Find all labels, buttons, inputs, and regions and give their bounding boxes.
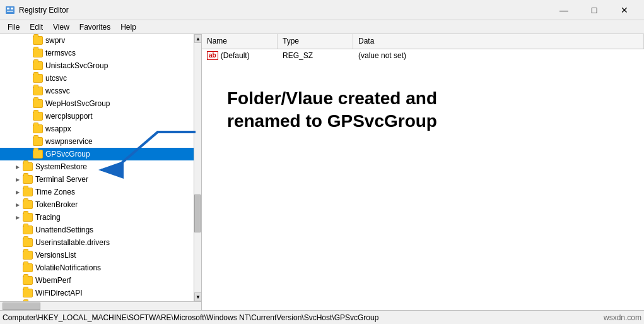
title-controls: — □ ✕ [549, 0, 639, 20]
folder-icon [23, 276, 33, 285]
tree-item-label: Terminal Server [35, 175, 88, 184]
tree-item[interactable]: wsappx [0, 123, 194, 135]
maximize-button[interactable]: □ [580, 0, 609, 20]
tree-item[interactable]: UnattendSettings [0, 224, 194, 236]
expand-arrow[interactable] [13, 200, 23, 210]
tree-item[interactable]: Tracing [0, 211, 194, 224]
menu-bar: FileEditViewFavoritesHelp [0, 20, 644, 34]
scroll-down-btn[interactable]: ▼ [194, 292, 201, 301]
tree-item-label: WbemPerf [35, 276, 71, 285]
table-header: Name Type Data [202, 34, 644, 49]
tree-item-label: Userinstallable.drivers [35, 238, 110, 247]
tree-item[interactable]: WiFiDirectAPI [0, 287, 194, 299]
tree-horizontal-scrollbar[interactable] [0, 301, 201, 310]
tree-item-label: Tracing [35, 213, 61, 222]
svg-rect-3 [7, 11, 13, 12]
tree-item-label: wcssvc [45, 87, 70, 95]
tree-scroll[interactable]: swprvtermsvcsUnistackSvcGrouputcsvcwcssv… [0, 34, 194, 301]
tree-item[interactable]: Userinstallable.drivers [0, 236, 194, 249]
menu-item-help[interactable]: Help [115, 21, 141, 33]
status-right: wsxdn.com [604, 313, 641, 322]
tree-panel: swprvtermsvcsUnistackSvcGrouputcsvcwcssv… [0, 34, 202, 310]
title-left: Registry Editor [5, 5, 69, 15]
folder-icon [33, 112, 43, 121]
folder-icon [23, 251, 33, 260]
tree-item[interactable]: swprv [0, 34, 194, 47]
tree-item[interactable]: TokenBroker [0, 198, 194, 211]
folder-icon [33, 137, 43, 146]
expand-arrow[interactable] [13, 162, 23, 172]
folder-icon [23, 162, 33, 171]
folder-icon [23, 213, 33, 222]
hscroll-thumb[interactable] [3, 303, 40, 310]
ab-icon: ab [207, 51, 218, 60]
tree-item[interactable]: WepHostSvcGroup [0, 97, 194, 110]
tree-item[interactable]: SystemRestore [0, 160, 194, 173]
folder-icon [33, 124, 43, 133]
right-panel: Name Type Data ab(Default)REG_SZ(value n… [202, 34, 644, 310]
tree-item[interactable]: wercplsupport [0, 110, 194, 123]
col-header-name: Name [202, 34, 278, 49]
folder-icon [23, 263, 33, 272]
menu-item-view[interactable]: View [48, 21, 74, 33]
svg-rect-2 [11, 8, 13, 9]
expand-arrow[interactable] [13, 187, 23, 197]
tree-item-label: VolatileNotifications [35, 263, 101, 272]
scroll-thumb[interactable] [194, 195, 201, 232]
col-header-type: Type [278, 34, 353, 49]
app-icon [5, 5, 15, 15]
tree-item-label: GPSvcGroup [45, 150, 90, 159]
status-bar: Computer\HKEY_LOCAL_MACHINE\SOFTWARE\Mic… [0, 310, 644, 324]
name-text: (Default) [221, 51, 250, 60]
minimize-button[interactable]: — [549, 0, 578, 20]
cell-data: (value not set) [353, 51, 644, 60]
tree-item[interactable]: VolatileNotifications [0, 261, 194, 274]
folder-icon [23, 289, 33, 297]
table-row[interactable]: ab(Default)REG_SZ(value not set) [202, 49, 644, 62]
folder-icon [23, 175, 33, 184]
tree-item[interactable]: WbemPerf [0, 274, 194, 287]
tree-item-label: termsvcs [45, 49, 76, 57]
tree-item[interactable]: Time Zones [0, 186, 194, 198]
svg-rect-0 [6, 6, 15, 14]
cell-name: ab(Default) [202, 51, 278, 60]
tree-item-label: UnistackSvcGroup [45, 61, 108, 70]
tree-item[interactable]: termsvcs [0, 47, 194, 59]
expand-arrow[interactable] [13, 212, 23, 222]
window-title: Registry Editor [19, 6, 69, 15]
tree-item-label: utcsvc [45, 74, 67, 83]
folder-icon [33, 49, 43, 57]
tree-item[interactable]: wcssvc [0, 85, 194, 97]
tree-item[interactable]: utcsvc [0, 72, 194, 85]
menu-item-file[interactable]: File [3, 21, 25, 33]
tree-item-label: WepHostSvcGroup [45, 99, 110, 108]
tree-item[interactable]: VersionsList [0, 249, 194, 261]
menu-item-favorites[interactable]: Favorites [74, 21, 115, 33]
tree-item-label: VersionsList [35, 251, 76, 260]
tree-item-label: swprv [45, 36, 65, 45]
tree-item[interactable]: GPSvcGroup [0, 148, 194, 160]
folder-icon [33, 99, 43, 108]
title-bar: Registry Editor — □ ✕ [0, 0, 644, 20]
right-content-area: ab(Default)REG_SZ(value not set) Folder/… [202, 49, 644, 310]
tree-scrollbar[interactable]: ▲ ▼ [194, 34, 201, 301]
folder-icon [33, 87, 43, 95]
close-button[interactable]: ✕ [610, 0, 639, 20]
cell-type: REG_SZ [278, 51, 353, 60]
folder-icon [23, 200, 33, 209]
folder-icon [33, 150, 43, 159]
tree-item-label: wercplsupport [45, 112, 93, 121]
annotation-text: Folder/Vlaue created andrenamed to GPSvc… [227, 87, 517, 133]
tree-item[interactable]: wswpnservice [0, 135, 194, 148]
tree-item[interactable]: Terminal Server [0, 173, 194, 186]
folder-icon [23, 188, 33, 196]
scroll-up-btn[interactable]: ▲ [194, 34, 201, 43]
folder-icon [23, 225, 33, 234]
table-body: ab(Default)REG_SZ(value not set) [202, 49, 644, 62]
tree-item[interactable]: UnistackSvcGroup [0, 59, 194, 72]
menu-item-edit[interactable]: Edit [25, 21, 48, 33]
expand-arrow[interactable] [13, 174, 23, 184]
tree-item-label: WiFiDirectAPI [35, 289, 83, 297]
folder-icon [23, 238, 33, 247]
col-header-data: Data [353, 34, 644, 49]
